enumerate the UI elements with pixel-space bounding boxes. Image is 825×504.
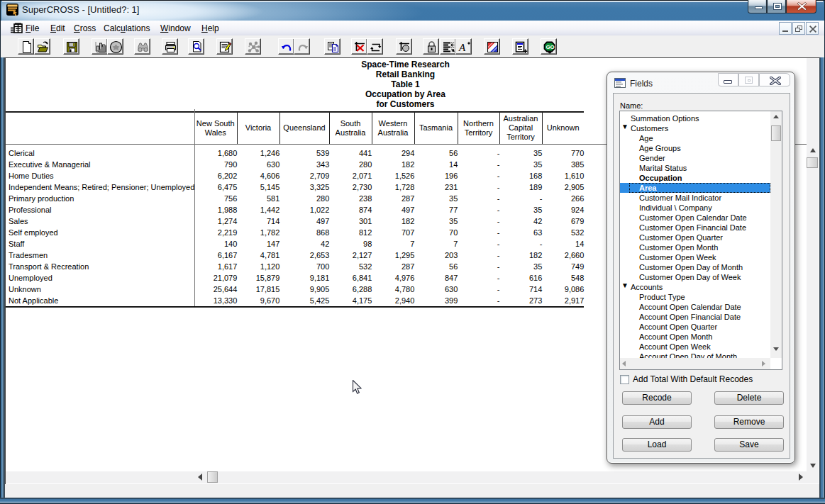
svg-text:A: A xyxy=(458,42,466,53)
svg-text:GO: GO xyxy=(546,44,554,50)
